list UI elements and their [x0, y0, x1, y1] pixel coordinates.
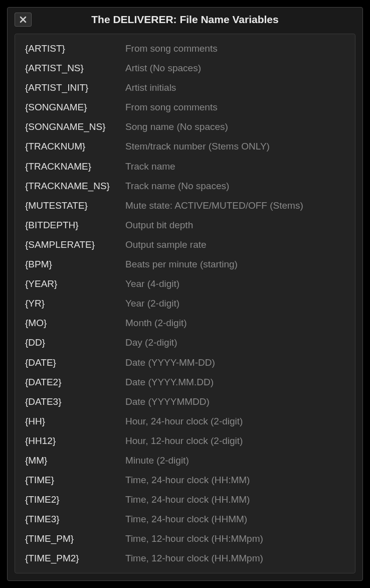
variable-name: {TRACKNAME} — [25, 160, 125, 174]
variable-description: Time, 12-hour clock (HH:MMpm) — [125, 532, 263, 546]
variable-name: {ARTIST} — [25, 42, 125, 56]
variable-row: {SONGNAME_NS}Song name (No spaces) — [25, 120, 345, 134]
variable-row: {TIME2}Time, 24-hour clock (HH.MM) — [25, 493, 345, 507]
variable-name: {BPM} — [25, 258, 125, 271]
variable-name: {ARTIST_NS} — [25, 62, 125, 75]
variable-description: Minute (2-digit) — [125, 454, 189, 468]
variable-row: {DD}Day (2-digit) — [25, 336, 345, 350]
variable-name: {BITDEPTH} — [25, 219, 125, 232]
variable-name: {MO} — [25, 317, 125, 330]
variable-description: Day (2-digit) — [125, 336, 177, 350]
variable-description: Time, 24-hour clock (HH:MM) — [125, 474, 250, 487]
variable-row: {TIME}Time, 24-hour clock (HH:MM) — [25, 474, 345, 487]
variable-name: {SONGNAME_NS} — [25, 120, 125, 134]
variable-row: {DATE3}Date (YYYYMMDD) — [25, 395, 345, 409]
variable-row: {TRACKNAME}Track name — [25, 160, 345, 174]
variable-description: Date (YYYY-MM-DD) — [125, 356, 215, 370]
variable-name: {DD} — [25, 336, 125, 350]
variable-description: Mute state: ACTIVE/MUTED/OFF (Stems) — [125, 199, 303, 213]
variable-row: {HH12}Hour, 12-hour clock (2-digit) — [25, 434, 345, 448]
variable-name: {MUTESTATE} — [25, 199, 125, 213]
variable-description: Date (YYYY.MM.DD) — [125, 376, 214, 389]
variable-list: {ARTIST}From song comments{ARTIST_NS}Art… — [15, 34, 355, 573]
variable-row: {DATE2}Date (YYYY.MM.DD) — [25, 376, 345, 389]
variable-name: {HH12} — [25, 434, 125, 448]
variable-description: Time, 24-hour clock (HH.MM) — [125, 493, 250, 507]
variable-row: {TIME_PM3}Time, 12-hour clock (HHMMpm) — [25, 572, 345, 573]
variable-description: Track name — [125, 160, 175, 174]
variable-row: {TRACKNUM}Stem/track number (Stems ONLY) — [25, 140, 345, 154]
variable-name: {TRACKNUM} — [25, 140, 125, 154]
variable-row: {ARTIST}From song comments — [25, 42, 345, 56]
variable-row: {TIME_PM2}Time, 12-hour clock (HH.MMpm) — [25, 552, 345, 565]
variable-description: Hour, 24-hour clock (2-digit) — [125, 415, 243, 428]
variable-description: From song comments — [125, 42, 218, 56]
variable-name: {SONGNAME} — [25, 101, 125, 114]
variable-description: Time, 12-hour clock (HHMMpm) — [125, 572, 261, 573]
variable-row: {HH}Hour, 24-hour clock (2-digit) — [25, 415, 345, 428]
variable-name: {DATE3} — [25, 395, 125, 409]
variable-row: {SAMPLERATE}Output sample rate — [25, 238, 345, 252]
variable-name: {DATE2} — [25, 376, 125, 389]
variable-name: {TIME3} — [25, 513, 125, 526]
variable-description: Year (2-digit) — [125, 297, 179, 311]
variable-name: {TIME_PM} — [25, 532, 125, 546]
variable-description: Song name (No spaces) — [125, 120, 228, 134]
variable-description: Output bit depth — [125, 219, 193, 232]
variable-row: {YR}Year (2-digit) — [25, 297, 345, 311]
variable-description: Date (YYYYMMDD) — [125, 395, 210, 409]
variable-row: {BPM}Beats per minute (starting) — [25, 258, 345, 271]
variable-description: Time, 12-hour clock (HH.MMpm) — [125, 552, 263, 565]
variable-description: Output sample rate — [125, 238, 207, 252]
variable-row: {ARTIST_NS}Artist (No spaces) — [25, 62, 345, 75]
variable-name: {TIME_PM2} — [25, 552, 125, 565]
variable-name: {YEAR} — [25, 277, 125, 291]
variable-description: Time, 24-hour clock (HHMM) — [125, 513, 247, 526]
variable-description: Stem/track number (Stems ONLY) — [125, 140, 270, 154]
variable-name: {HH} — [25, 415, 125, 428]
variable-description: Month (2-digit) — [125, 317, 187, 330]
variable-name: {TIME} — [25, 474, 125, 487]
variable-row: {BITDEPTH}Output bit depth — [25, 219, 345, 232]
close-icon — [19, 16, 27, 24]
variable-description: From song comments — [125, 101, 218, 114]
variable-name: {DATE} — [25, 356, 125, 370]
dialog-header: The DELIVERER: File Name Variables — [8, 8, 362, 30]
variable-row: {TIME_PM}Time, 12-hour clock (HH:MMpm) — [25, 532, 345, 546]
variable-description: Track name (No spaces) — [125, 180, 229, 193]
variable-row: {TIME3}Time, 24-hour clock (HHMM) — [25, 513, 345, 526]
variable-name: {YR} — [25, 297, 125, 311]
variable-row: {MO}Month (2-digit) — [25, 317, 345, 330]
variable-row: {TRACKNAME_NS}Track name (No spaces) — [25, 180, 345, 193]
close-button[interactable] — [15, 13, 32, 27]
variable-row: {SONGNAME}From song comments — [25, 101, 345, 114]
dialog-title: The DELIVERER: File Name Variables — [91, 14, 278, 26]
variable-name: {ARTIST_INIT} — [25, 81, 125, 95]
variable-row: {YEAR}Year (4-digit) — [25, 277, 345, 291]
variable-name: {SAMPLERATE} — [25, 238, 125, 252]
variable-row: {MM}Minute (2-digit) — [25, 454, 345, 468]
variable-row: {DATE}Date (YYYY-MM-DD) — [25, 356, 345, 370]
variable-description: Year (4-digit) — [125, 277, 179, 291]
variable-description: Hour, 12-hour clock (2-digit) — [125, 434, 243, 448]
variable-name: {TRACKNAME_NS} — [25, 180, 125, 193]
variable-name: {TIME_PM3} — [25, 572, 125, 573]
variable-description: Artist (No spaces) — [125, 62, 201, 75]
variable-name: {TIME2} — [25, 493, 125, 507]
dialog-window: The DELIVERER: File Name Variables {ARTI… — [7, 7, 363, 581]
variable-row: {MUTESTATE}Mute state: ACTIVE/MUTED/OFF … — [25, 199, 345, 213]
variable-description: Beats per minute (starting) — [125, 258, 238, 271]
variable-name: {MM} — [25, 454, 125, 468]
variable-description: Artist initials — [125, 81, 176, 95]
variable-row: {ARTIST_INIT}Artist initials — [25, 81, 345, 95]
